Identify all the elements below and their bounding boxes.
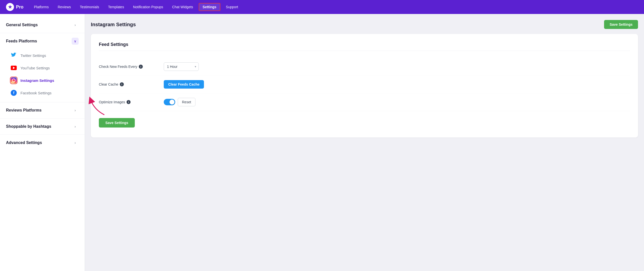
optimize-images-toggle[interactable] <box>164 99 175 105</box>
twitter-icon-wrap <box>10 52 18 59</box>
sidebar-feeds-platforms[interactable]: Feeds Platforms ∨ <box>0 34 84 48</box>
optimize-images-label: Optimize Images i <box>99 100 164 104</box>
advanced-settings-chevron-icon: › <box>72 139 79 146</box>
clear-cache-label: Clear Cache i <box>99 82 164 86</box>
sidebar-reviews-platforms[interactable]: Reviews Platforms › <box>0 103 84 117</box>
check-new-feeds-select[interactable]: 30 Minutes 1 Hour 2 Hours 6 Hours 12 Hou… <box>164 62 199 71</box>
main-content: Instagram Settings Save Settings Feed Se… <box>85 14 644 271</box>
nav-support[interactable]: Support <box>222 4 242 10</box>
nav-notification-popups[interactable]: Notification Popups <box>130 4 167 10</box>
advanced-settings-title: Advanced Settings <box>6 140 42 145</box>
check-new-feeds-label: Check New Feeds Every i <box>99 65 164 68</box>
facebook-icon-wrap: f <box>10 89 18 96</box>
nav-chat-widgets[interactable]: Chat Widgets <box>169 4 197 10</box>
clear-cache-row: Clear Cache i Clear Feeds Cache <box>99 76 630 93</box>
facebook-settings-label: Facebook Settings <box>20 91 52 95</box>
nav-settings[interactable]: Settings <box>199 3 220 11</box>
feed-settings-card: Feed Settings Check New Feeds Every i 30… <box>91 34 638 138</box>
sidebar-advanced-settings[interactable]: Advanced Settings › <box>0 136 84 150</box>
sidebar-item-youtube[interactable]: YouTube Settings <box>0 62 84 74</box>
logo: ★ Pro <box>6 3 24 11</box>
general-settings-title: General Settings <box>6 23 38 27</box>
page-title: Instagram Settings <box>91 22 136 28</box>
top-navigation: ★ Pro Platforms Reviews Testimonials Tem… <box>0 0 644 14</box>
feeds-platforms-submenu: Twitter Settings YouTube Settings Instag… <box>0 48 84 101</box>
instagram-icon-wrap <box>10 76 18 84</box>
shoppable-chevron-icon: › <box>72 123 79 130</box>
check-new-feeds-control: 30 Minutes 1 Hour 2 Hours 6 Hours 12 Hou… <box>164 62 199 71</box>
clear-cache-info-icon[interactable]: i <box>120 82 124 86</box>
instagram-settings-label: Instagram Settings <box>20 78 54 82</box>
shoppable-title: Shoppable by Hashtags <box>6 124 51 129</box>
feed-settings-title: Feed Settings <box>99 42 630 51</box>
feeds-platforms-chevron-icon: ∨ <box>72 38 79 45</box>
feeds-platforms-title: Feeds Platforms <box>6 39 37 44</box>
optimize-images-row: Optimize Images i Reset <box>99 93 630 111</box>
sidebar-divider-2 <box>0 102 84 102</box>
nav-templates[interactable]: Templates <box>104 4 128 10</box>
youtube-settings-label: YouTube Settings <box>20 66 50 70</box>
clear-cache-control: Clear Feeds Cache <box>164 80 204 88</box>
sidebar-divider-3 <box>0 118 84 118</box>
youtube-icon-wrap <box>10 64 18 72</box>
sidebar: General Settings › Feeds Platforms ∨ Twi… <box>0 14 85 271</box>
sidebar-divider-4 <box>0 134 84 135</box>
nav-reviews[interactable]: Reviews <box>54 4 74 10</box>
sidebar-general-settings[interactable]: General Settings › <box>0 18 84 32</box>
general-settings-chevron-icon: › <box>72 22 79 28</box>
reviews-platforms-title: Reviews Platforms <box>6 108 42 112</box>
content-header: Instagram Settings Save Settings <box>91 20 638 29</box>
youtube-icon <box>11 66 17 70</box>
logo-text: Pro <box>16 4 24 10</box>
twitter-icon <box>11 53 16 58</box>
check-new-feeds-select-wrap: 30 Minutes 1 Hour 2 Hours 6 Hours 12 Hou… <box>164 62 199 71</box>
check-new-feeds-row: Check New Feeds Every i 30 Minutes 1 Hou… <box>99 58 630 76</box>
twitter-settings-label: Twitter Settings <box>20 54 46 58</box>
save-settings-top-button[interactable]: Save Settings <box>604 20 638 29</box>
clear-feeds-cache-button[interactable]: Clear Feeds Cache <box>164 80 204 88</box>
toggle-thumb <box>170 100 174 104</box>
reviews-platforms-chevron-icon: › <box>72 107 79 114</box>
logo-icon: ★ <box>6 3 14 11</box>
sidebar-item-twitter[interactable]: Twitter Settings <box>0 49 84 62</box>
facebook-icon: f <box>11 90 17 96</box>
nav-platforms[interactable]: Platforms <box>30 4 52 10</box>
check-new-feeds-info-icon[interactable]: i <box>139 65 143 68</box>
reset-button[interactable]: Reset <box>178 98 196 106</box>
sidebar-shoppable[interactable]: Shoppable by Hashtags › <box>0 120 84 134</box>
optimize-images-info-icon[interactable]: i <box>126 100 130 104</box>
sidebar-item-instagram[interactable]: Instagram Settings <box>0 74 84 86</box>
instagram-icon <box>11 77 17 83</box>
optimize-images-control: Reset <box>164 98 196 106</box>
sidebar-divider-1 <box>0 33 84 33</box>
logo-star-icon: ★ <box>8 4 12 10</box>
sidebar-item-facebook[interactable]: f Facebook Settings <box>0 86 84 99</box>
save-settings-bottom-button[interactable]: Save Settings <box>99 118 135 128</box>
nav-testimonials[interactable]: Testimonials <box>76 4 102 10</box>
